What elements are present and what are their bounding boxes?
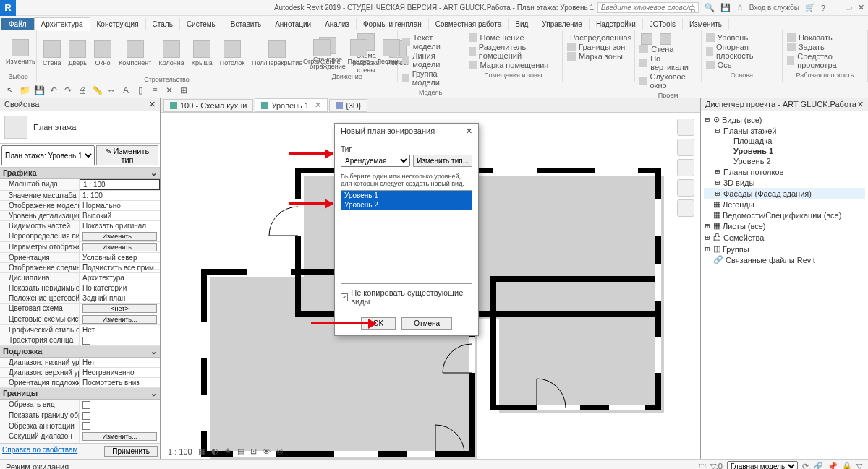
nav-zoom-icon[interactable] (677, 179, 694, 197)
view-scale-value[interactable]: 1 : 100 (80, 179, 160, 190)
qat-dim-icon[interactable]: ↔ (106, 85, 117, 96)
minimize-icon[interactable]: — (831, 4, 839, 12)
qat-thin-icon[interactable]: ≡ (149, 85, 161, 96)
status-lock-icon[interactable]: 🔒 (842, 462, 852, 469)
dialog-ok-button[interactable]: OK (361, 317, 396, 330)
dialog-type-select[interactable]: Арендуемая (341, 155, 410, 167)
dialog-level-list[interactable]: Уровень 1 Уровень 2 (341, 190, 472, 284)
status-filter2-icon[interactable]: ▽ (856, 462, 862, 469)
ceiling-button[interactable]: Потолок (217, 32, 247, 75)
ramp-button[interactable]: Пандус (345, 32, 373, 72)
vc-shadow-icon[interactable]: ▤ (237, 447, 244, 456)
wall-button[interactable]: Стена (40, 32, 64, 75)
qat-text-icon[interactable]: A (120, 85, 132, 96)
close-icon[interactable]: ✕ (858, 3, 864, 12)
tab-manage[interactable]: Управление (535, 18, 590, 30)
tab-massing[interactable]: Формы и генплан (357, 18, 429, 30)
room-tag-button[interactable]: Марка помещения (469, 61, 558, 69)
tab-view[interactable]: Вид (509, 18, 535, 30)
sys-color-button[interactable]: Изменить... (82, 315, 157, 324)
edit-type-button[interactable]: ✎ Изменить тип (96, 145, 158, 165)
help-icon[interactable]: ? (821, 4, 825, 12)
type-selector[interactable]: План этажа: Уровень 1 (1, 145, 95, 165)
tab-analyze[interactable]: Анализ (318, 18, 357, 30)
viewer-button[interactable]: Средство просмотра (787, 52, 863, 69)
color-scheme-button[interactable]: <нет> (82, 304, 157, 313)
vc-style-icon[interactable]: ◐ (211, 447, 218, 456)
opening-vert-button[interactable]: По вертикали (639, 54, 697, 72)
model-text-button[interactable]: Текст модели (402, 33, 459, 51)
qat-redo-icon[interactable]: ↷ (62, 85, 74, 96)
level-item-1[interactable]: Уровень 1 (341, 191, 472, 200)
opening-wall-button[interactable]: Стена (639, 45, 697, 53)
section-extents[interactable]: Границы⌄ (0, 388, 160, 400)
opening-dormer-button[interactable]: Слуховое окно (639, 72, 697, 90)
tree-site[interactable]: Площадка (704, 136, 865, 146)
infocenter-icon[interactable]: 🔍 (705, 3, 715, 12)
dialog-cancel-button[interactable]: Отмена (401, 317, 452, 330)
status-filter-icon[interactable]: ▽:0 (710, 462, 723, 469)
nav-pan-icon[interactable] (677, 159, 694, 176)
door-button[interactable]: Дверь (66, 32, 90, 75)
star-icon[interactable]: ☆ (736, 3, 744, 12)
window-button[interactable]: Окно (91, 32, 114, 75)
graphic-opt-button[interactable]: Изменить... (82, 243, 157, 251)
tab-systems[interactable]: Системы (180, 18, 224, 30)
status-pin-icon[interactable]: 📌 (827, 462, 838, 469)
view-tab-level1[interactable]: Уровень 1✕ (255, 98, 328, 112)
room-button[interactable]: Помещение (469, 33, 558, 42)
level-button[interactable]: Уровень (706, 33, 778, 42)
qat-close-icon[interactable]: ✕ (163, 85, 175, 96)
view-range-button[interactable]: Изменить... (82, 432, 157, 441)
properties-close-icon[interactable]: ✕ (149, 100, 156, 109)
tree-3dviews[interactable]: ⊞3D виды (704, 177, 865, 188)
tab-steel[interactable]: Сталь (146, 18, 180, 30)
area-bound-button[interactable]: Границы зон (567, 43, 630, 51)
modify-button[interactable]: Изменить (3, 32, 38, 72)
vis-override-button[interactable]: Изменить... (82, 232, 157, 241)
browser-close-icon[interactable]: ✕ (857, 100, 864, 109)
tree-sheets[interactable]: ⊞▦Листы (все) (704, 220, 865, 231)
nav-orbit-icon[interactable] (677, 199, 694, 217)
qat-measure-icon[interactable]: 📏 (91, 85, 103, 96)
section-underlay[interactable]: Подложка⌄ (0, 346, 160, 358)
nav-wheel-icon[interactable] (677, 139, 694, 156)
tree-level1[interactable]: Уровень 1 (704, 146, 865, 156)
tree-families[interactable]: ⊞凸Семейства (704, 231, 865, 244)
railing-button[interactable]: Ограждение (300, 32, 344, 72)
qat-open-icon[interactable]: 📁 (19, 85, 30, 96)
tree-schedules[interactable]: ▦Ведомости/Спецификации (все) (704, 210, 865, 220)
qat-print-icon[interactable]: 🖨 (77, 85, 88, 96)
section-graphics[interactable]: Графика⌄ (0, 168, 160, 179)
tab-collaborate[interactable]: Совместная работа (429, 18, 509, 30)
tree-legends[interactable]: ▦Легенды (704, 199, 865, 210)
vc-crop-icon[interactable]: ⊡ (250, 447, 257, 456)
save-icon[interactable]: 💾 (720, 3, 731, 12)
column-button[interactable]: Колонна (156, 32, 187, 75)
qat-undo-icon[interactable]: ↶ (48, 85, 59, 96)
view-tab-3d[interactable]: {3D} (329, 99, 367, 112)
nav-home-icon[interactable] (677, 119, 694, 136)
tab-annotate[interactable]: Аннотации (268, 18, 318, 30)
tab-addins[interactable]: Надстройки (590, 18, 643, 30)
file-tab[interactable]: Файл (1, 18, 34, 30)
vc-hide-icon[interactable]: 👁 (263, 447, 271, 456)
tree-level2[interactable]: Уровень 2 (704, 156, 865, 166)
tab-architecture[interactable]: Архитектура (34, 17, 90, 31)
vc-sun-icon[interactable]: ☀ (224, 447, 231, 456)
tree-links[interactable]: 🔗Связанные файлы Revit (704, 254, 865, 265)
tab-insert[interactable]: Вставить (224, 18, 268, 30)
vc-detail-icon[interactable]: ▦ (198, 447, 205, 456)
status-sync-icon[interactable]: ⟳ (802, 462, 809, 469)
show-button[interactable]: Показать (787, 33, 863, 42)
status-link-icon[interactable]: 🔗 (813, 462, 823, 469)
apply-button[interactable]: Применить (104, 446, 158, 457)
model-group-button[interactable]: Группа модели (402, 69, 459, 87)
tree-elevations[interactable]: ⊞Фасады (Фасад здания) (704, 188, 865, 199)
tab-modify[interactable]: Изменить (683, 18, 729, 30)
tab-jotools[interactable]: JOTools (643, 18, 683, 30)
status-model-select[interactable]: Главная модель (727, 461, 798, 469)
refplane-button[interactable]: Опорная плоскость (706, 43, 778, 60)
vc-reveal-icon[interactable]: ◎ (276, 447, 284, 456)
tab-structure[interactable]: Конструкция (90, 18, 146, 30)
